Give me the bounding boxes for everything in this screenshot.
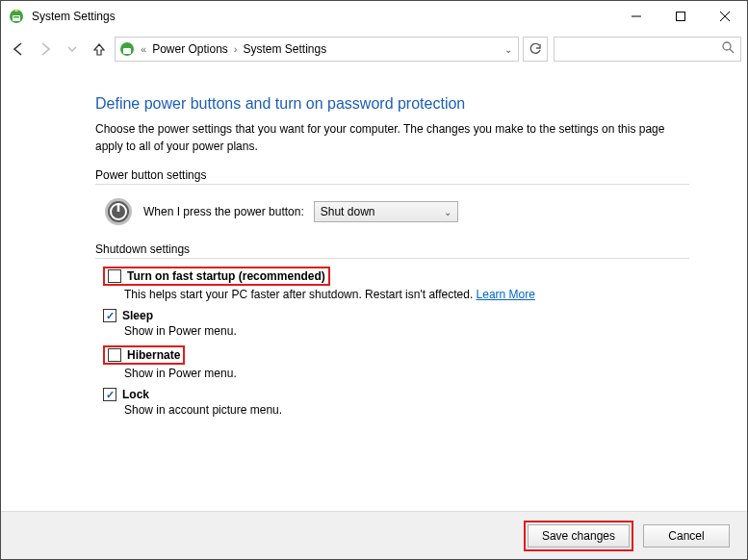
refresh-button[interactable] <box>523 37 548 62</box>
label-lock: Lock <box>122 388 149 401</box>
page-description: Choose the power settings that you want … <box>95 120 689 155</box>
option-fast-startup: Turn on fast startup (recommended) This … <box>103 267 689 301</box>
window-title: System Settings <box>32 10 614 23</box>
footer: Save changes Cancel <box>1 511 747 559</box>
sub-sleep: Show in Power menu. <box>124 324 689 338</box>
sub-fast-startup-text: This helps start your PC faster after sh… <box>124 288 477 301</box>
control-panel-icon <box>119 41 135 57</box>
power-icon <box>103 196 134 227</box>
sub-fast-startup: This helps start your PC faster after sh… <box>124 288 689 301</box>
checkbox-hibernate[interactable] <box>108 348 121 362</box>
back-button[interactable] <box>7 38 30 61</box>
label-fast-startup: Turn on fast startup (recommended) <box>127 269 325 283</box>
sub-hibernate: Show in Power menu. <box>124 367 689 380</box>
option-lock: Lock Show in account picture menu. <box>103 388 689 417</box>
checkbox-lock[interactable] <box>103 388 116 401</box>
shutdown-settings-list: Turn on fast startup (recommended) This … <box>103 267 689 417</box>
window: System Settings <box>0 0 748 560</box>
svg-rect-2 <box>13 16 19 18</box>
up-button[interactable] <box>88 38 111 61</box>
power-button-row: When I press the power button: Shut down… <box>103 196 689 227</box>
shutdown-section-label: Shutdown settings <box>95 242 689 256</box>
window-controls <box>614 2 747 31</box>
learn-more-link[interactable]: Learn More <box>477 288 535 301</box>
highlight-save: Save changes <box>524 521 633 551</box>
content-area: Define power buttons and turn on passwor… <box>1 66 747 511</box>
label-sleep: Sleep <box>122 309 153 322</box>
titlebar: System Settings <box>1 1 747 32</box>
svg-rect-8 <box>123 48 131 54</box>
svg-rect-1 <box>13 15 20 21</box>
chevron-right-icon: › <box>234 43 238 55</box>
address-bar[interactable]: « Power Options › System Settings ⌄ <box>115 37 519 62</box>
minimize-button[interactable] <box>614 2 658 31</box>
breadcrumb-back[interactable]: « <box>141 43 146 55</box>
close-button[interactable] <box>703 2 747 31</box>
app-icon <box>9 9 24 24</box>
svg-rect-4 <box>677 13 685 21</box>
power-button-dropdown[interactable]: Shut down ⌄ <box>314 201 458 222</box>
forward-button[interactable] <box>34 38 57 61</box>
save-button[interactable]: Save changes <box>528 524 630 547</box>
navbar: « Power Options › System Settings ⌄ <box>1 32 747 66</box>
power-button-label: When I press the power button: <box>143 205 304 218</box>
power-button-section-label: Power button settings <box>95 168 689 182</box>
highlight-fast-startup: Turn on fast startup (recommended) <box>103 267 330 286</box>
recent-locations-button[interactable] <box>61 38 84 61</box>
page-heading: Define power buttons and turn on passwor… <box>95 95 689 113</box>
search-box[interactable] <box>554 37 741 62</box>
divider <box>95 184 689 185</box>
chevron-down-icon: ⌄ <box>444 207 451 217</box>
svg-point-9 <box>723 42 731 50</box>
option-sleep: Sleep Show in Power menu. <box>103 309 689 338</box>
breadcrumb-item-system-settings[interactable]: System Settings <box>244 42 327 56</box>
checkbox-sleep[interactable] <box>103 309 116 322</box>
address-dropdown-icon[interactable]: ⌄ <box>504 44 512 55</box>
highlight-hibernate: Hibernate <box>103 345 185 365</box>
cancel-button[interactable]: Cancel <box>643 524 730 547</box>
label-hibernate: Hibernate <box>127 348 180 362</box>
svg-line-10 <box>730 49 734 53</box>
checkbox-fast-startup[interactable] <box>108 269 121 283</box>
search-input[interactable] <box>555 38 740 61</box>
maximize-button[interactable] <box>658 2 703 31</box>
breadcrumb-item-power-options[interactable]: Power Options <box>152 42 228 56</box>
sub-lock: Show in account picture menu. <box>124 403 689 417</box>
option-hibernate: Hibernate Show in Power menu. <box>103 345 689 380</box>
search-icon[interactable] <box>721 40 735 58</box>
power-button-value: Shut down <box>321 205 375 218</box>
divider <box>95 258 689 259</box>
